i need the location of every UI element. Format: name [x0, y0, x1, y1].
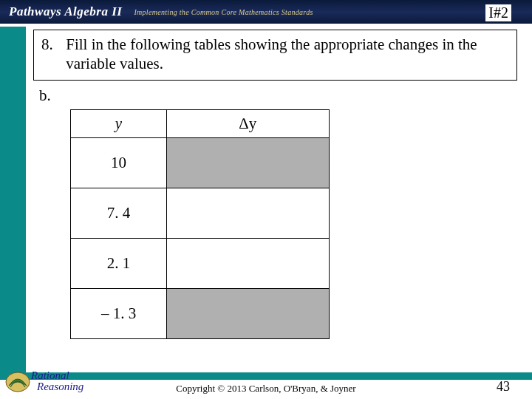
cell-y: 10	[71, 137, 167, 188]
problem-statement: 8. Fill in the following tables showing …	[33, 30, 517, 81]
col-header-dy: ∆y	[167, 109, 330, 137]
logo-rational-reasoning: Rational Reasoning	[4, 368, 93, 396]
cell-y: 7. 4	[71, 188, 167, 238]
cell-y: 2. 1	[71, 238, 167, 288]
problem-number: 8.	[41, 35, 62, 54]
cell-dy	[167, 238, 330, 288]
side-accent	[0, 27, 26, 372]
page-code: I#2	[485, 4, 511, 21]
cell-y: – 1. 3	[71, 288, 167, 338]
header-bar: Pathways Algebra II Implementing the Com…	[0, 0, 532, 24]
values-table: y ∆y 10 7. 4 2. 1 – 1. 3	[70, 109, 330, 339]
cell-dy	[167, 137, 330, 188]
logo-text-top: Rational	[30, 369, 69, 381]
cell-dy	[167, 188, 330, 238]
header-subtitle: Implementing the Common Core Mathematics…	[122, 8, 313, 16]
page-number: 43	[497, 379, 510, 395]
header-title: Pathways Algebra II	[0, 4, 122, 19]
problem-text: Fill in the following tables showing the…	[66, 35, 508, 74]
cell-dy	[167, 288, 330, 338]
logo-text-bottom: Reasoning	[36, 381, 84, 392]
content-area: 8. Fill in the following tables showing …	[26, 30, 525, 339]
sub-part-label: b.	[39, 86, 525, 105]
col-header-y: y	[71, 109, 167, 137]
